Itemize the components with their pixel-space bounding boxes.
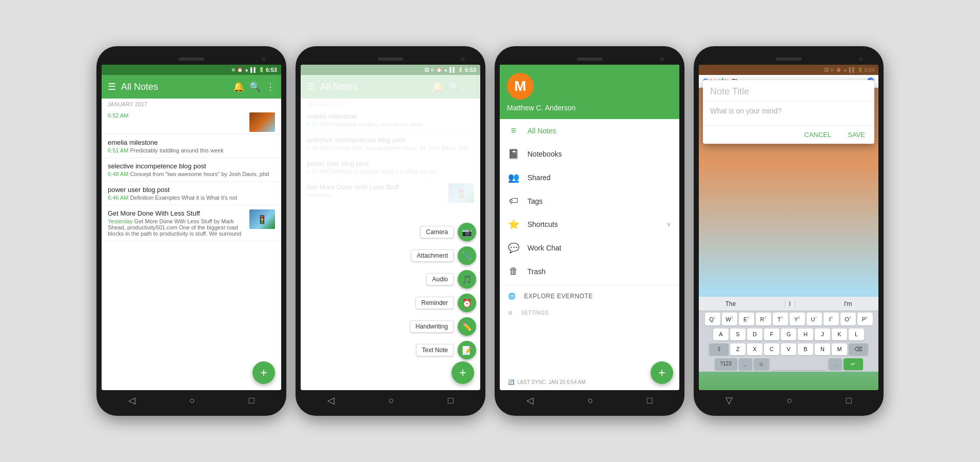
sidebar-item-notebooks[interactable]: 📓 Notebooks — [500, 142, 679, 166]
key-v[interactable]: V — [781, 343, 796, 355]
sidebar-item-allnotes[interactable]: ≡ All Notes — [500, 119, 679, 142]
recents-button-2[interactable]: □ — [448, 395, 454, 406]
menu-icon-1[interactable]: ☰ — [108, 81, 116, 92]
key-z[interactable]: Z — [730, 343, 746, 355]
menu-icon-2[interactable]: ☰ — [307, 81, 315, 92]
reminder-label[interactable]: Reminder — [416, 297, 454, 309]
key-a[interactable]: A — [713, 329, 729, 340]
key-shift[interactable]: ⇧ — [709, 343, 729, 355]
overflow-icon-2[interactable]: ⋮ — [465, 81, 474, 92]
note-item-thumb-top[interactable]: 6:52 AM — [102, 108, 281, 134]
key-n[interactable]: N — [815, 343, 830, 355]
back-button-4[interactable]: ▽ — [726, 395, 733, 406]
home-button-4[interactable]: ○ — [787, 395, 792, 406]
reminder-icon-1[interactable]: 🔔 — [233, 81, 244, 92]
key-m[interactable]: M — [832, 343, 847, 355]
key-r[interactable]: R4 — [756, 313, 771, 325]
key-y[interactable]: Y6 — [790, 313, 805, 325]
key-j[interactable]: J — [815, 329, 830, 340]
sidebar-settings-3[interactable]: ⚙ SETTINGS — [500, 305, 679, 321]
alarm-icon: ⏰ — [237, 67, 243, 72]
search-icon-1[interactable]: 🔍 — [249, 81, 261, 92]
fab-menu-item-audio[interactable]: Audio 🎵 — [426, 270, 476, 288]
cancel-button-4[interactable]: CANCEL — [800, 129, 836, 141]
sidebar-item-tags[interactable]: 🏷 Tags — [500, 189, 679, 213]
overflow-icon-1[interactable]: ⋮ — [266, 81, 275, 92]
key-delete[interactable]: ⌫ — [849, 343, 868, 355]
fab-button-1[interactable]: + — [252, 361, 275, 384]
note-item-2[interactable]: power user blog post 6:46 AM Definition … — [102, 182, 281, 205]
key-space[interactable] — [771, 358, 827, 370]
key-k[interactable]: K — [832, 329, 847, 340]
key-g[interactable]: G — [781, 329, 796, 340]
fab-menu-item-textnote[interactable]: Text Note 📝 — [416, 341, 476, 359]
key-period[interactable]: . — [829, 358, 842, 370]
key-t[interactable]: T5 — [773, 313, 788, 325]
key-num[interactable]: ?123 — [715, 358, 737, 370]
handwriting-mini-fab[interactable]: ✏️ — [458, 317, 476, 336]
search-icon-2[interactable]: 🔍 — [448, 81, 460, 92]
key-e[interactable]: E3 — [739, 313, 754, 325]
handwriting-label[interactable]: Handwriting — [410, 320, 454, 333]
audio-label[interactable]: Audio — [426, 273, 454, 285]
camera-label[interactable]: Camera — [420, 226, 454, 238]
attachment-label[interactable]: Attachment — [411, 249, 454, 262]
audio-mini-fab[interactable]: 🎵 — [458, 270, 476, 288]
fab-menu-item-camera[interactable]: Camera 📷 — [420, 223, 476, 241]
home-button-2[interactable]: ○ — [388, 395, 394, 406]
sidebar-explore-3[interactable]: 🌐 EXPLORE EVERNOTE — [500, 287, 679, 305]
sidebar-item-workchat[interactable]: 💬 Work Chat — [500, 236, 679, 260]
key-emoji[interactable]: ☺ — [754, 358, 769, 370]
key-o[interactable]: O9 — [840, 313, 856, 325]
attachment-mini-fab[interactable]: 📎 — [458, 246, 476, 265]
fab-menu-item-attachment[interactable]: Attachment 📎 — [411, 246, 476, 265]
key-p[interactable]: P0 — [857, 313, 873, 325]
sidebar-item-shared[interactable]: 👥 Shared — [500, 166, 679, 189]
note-title-input-4[interactable]: Note Title — [703, 80, 874, 102]
reminder-mini-fab[interactable]: ⏰ — [458, 294, 476, 312]
note-item-3[interactable]: Get More Done With Less Stuff Yesterday … — [102, 205, 281, 241]
suggestion-the[interactable]: The — [721, 300, 740, 307]
fab-menu-item-handwriting[interactable]: Handwriting ✏️ — [410, 317, 476, 336]
key-enter[interactable]: ↵ — [844, 358, 863, 370]
key-d[interactable]: D — [747, 329, 762, 340]
key-comma[interactable]: , — [739, 358, 752, 370]
back-button-3[interactable]: ◁ — [526, 395, 534, 406]
fab-button-2[interactable]: + — [452, 361, 474, 384]
suggestion-im[interactable]: I'm — [840, 300, 856, 307]
suggestion-i[interactable]: I — [785, 300, 795, 307]
note-body-input-4[interactable]: What is on your mind? — [703, 102, 874, 125]
note-item-1[interactable]: selective incompetence blog post 6:48 AM… — [102, 158, 281, 182]
home-button-3[interactable]: ○ — [587, 395, 593, 406]
camera-mini-fab[interactable]: 📷 — [458, 223, 476, 241]
key-b[interactable]: B — [798, 343, 813, 355]
reminder-icon-2[interactable]: 🔔 — [432, 81, 443, 92]
allnotes-label: All Notes — [527, 127, 671, 135]
recents-button-4[interactable]: □ — [846, 395, 852, 406]
key-i[interactable]: I8 — [824, 313, 839, 325]
key-h[interactable]: H — [798, 329, 813, 340]
back-button-1[interactable]: ◁ — [128, 395, 135, 406]
phone-2: 🖼 ⊛ ⏰ ▲ ▌▌ 🔋 6:53 ☰ All Notes 🔔 🔍 ⋮ JANU… — [296, 46, 485, 416]
key-l[interactable]: L — [849, 329, 864, 340]
key-q[interactable]: Q1 — [705, 313, 720, 325]
back-button-2[interactable]: ◁ — [327, 395, 335, 406]
fab-menu-item-reminder[interactable]: Reminder ⏰ — [416, 294, 476, 312]
key-f[interactable]: F — [764, 329, 779, 340]
note-item-0[interactable]: emelia milestone 6:51 AM Predictably tod… — [102, 134, 281, 158]
key-x[interactable]: X — [747, 343, 762, 355]
key-w[interactable]: W2 — [722, 313, 737, 325]
fab-button-3[interactable]: + — [651, 361, 673, 384]
textnote-mini-fab[interactable]: 📝 — [458, 341, 476, 359]
sidebar-item-shortcuts[interactable]: ⭐ Shortcuts ∨ — [500, 213, 679, 236]
key-u[interactable]: U7 — [807, 313, 822, 325]
recents-button-1[interactable]: □ — [249, 395, 254, 406]
key-c[interactable]: C — [764, 343, 779, 355]
recents-button-3[interactable]: □ — [647, 395, 653, 406]
sidebar-item-trash[interactable]: 🗑 Trash — [500, 260, 679, 283]
key-s[interactable]: S — [730, 329, 746, 340]
save-button-4[interactable]: SAVE — [844, 129, 869, 141]
home-button-1[interactable]: ○ — [189, 395, 195, 406]
date-header-2: JANUARY 2017 — [301, 99, 480, 108]
textnote-label[interactable]: Text Note — [416, 344, 454, 356]
